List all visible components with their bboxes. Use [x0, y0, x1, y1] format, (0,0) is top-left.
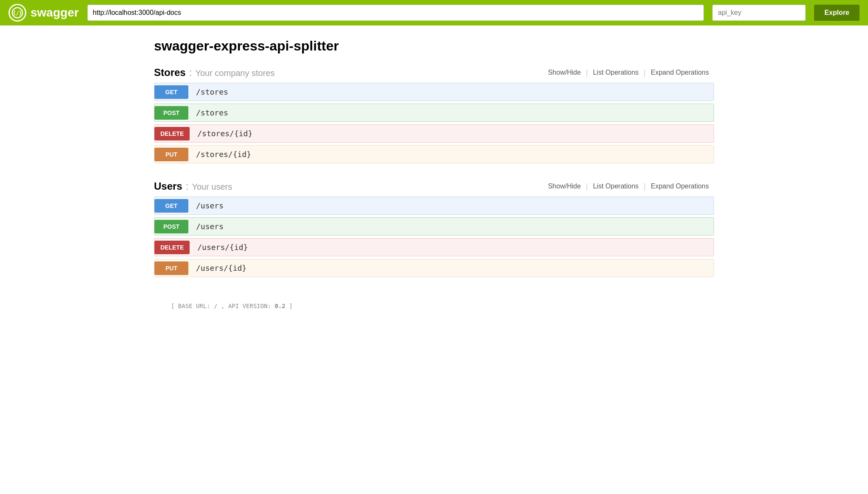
section-name-users: Users: [154, 180, 182, 192]
section-title-area-stores: Stores :Your company stores: [154, 67, 275, 79]
section-title-area-users: Users :Your users: [154, 180, 232, 192]
swagger-logo-icon: {/}: [8, 4, 26, 22]
operation-row-users-3[interactable]: PUT/users/{id}: [154, 259, 714, 277]
section-description-stores: Your company stores: [195, 68, 274, 78]
section-header-users: Users :Your usersShow/Hide|List Operatio…: [154, 180, 714, 192]
section-users: Users :Your usersShow/Hide|List Operatio…: [154, 180, 714, 277]
method-badge-stores-2: DELETE: [154, 127, 190, 140]
operation-path-stores-2: /stores/{id}: [190, 125, 714, 142]
operation-path-users-3: /users/{id}: [188, 259, 714, 277]
method-badge-users-0: GET: [154, 199, 188, 213]
header: {/} swagger Explore: [0, 0, 868, 25]
section-colon-users: :: [186, 180, 189, 192]
section-description-users: Your users: [192, 182, 232, 192]
footer-text: [ BASE URL: / , API VERSION: 0.2 ]: [171, 303, 293, 309]
operation-row-users-2[interactable]: DELETE/users/{id}: [154, 238, 714, 256]
svg-text:{/}: {/}: [13, 10, 22, 16]
method-badge-users-1: POST: [154, 220, 188, 233]
operation-path-stores-3: /stores/{id}: [188, 146, 714, 163]
section-name-stores: Stores: [154, 67, 186, 79]
sections-container: Stores :Your company storesShow/Hide|Lis…: [154, 67, 714, 277]
operation-row-users-0[interactable]: GET/users: [154, 196, 714, 215]
section-actions-stores: Show/Hide|List Operations|Expand Operati…: [543, 68, 714, 77]
footer-api-version: 0.2: [274, 303, 285, 309]
url-input[interactable]: [87, 5, 704, 21]
operation-row-stores-1[interactable]: POST/stores: [154, 104, 714, 122]
footer-base-url: /: [214, 303, 217, 309]
main-content: swagger-express-api-splitter Stores :You…: [137, 25, 731, 335]
list-operations-link-users[interactable]: List Operations: [588, 182, 644, 190]
expand-operations-link-users[interactable]: Expand Operations: [646, 182, 714, 190]
operation-path-stores-0: /stores: [188, 83, 714, 101]
operation-path-users-0: /users: [188, 197, 714, 214]
show-hide-link-stores[interactable]: Show/Hide: [543, 69, 586, 76]
method-badge-stores-0: GET: [154, 85, 188, 99]
explore-button[interactable]: Explore: [814, 5, 860, 21]
operation-row-stores-2[interactable]: DELETE/stores/{id}: [154, 124, 714, 143]
section-colon-stores: :: [189, 67, 192, 79]
method-badge-stores-3: PUT: [154, 148, 188, 161]
logo-area: {/} swagger: [8, 4, 79, 22]
operation-row-stores-3[interactable]: PUT/stores/{id}: [154, 145, 714, 163]
section-header-stores: Stores :Your company storesShow/Hide|Lis…: [154, 67, 714, 79]
list-operations-link-stores[interactable]: List Operations: [588, 69, 644, 76]
section-stores: Stores :Your company storesShow/Hide|Lis…: [154, 67, 714, 163]
operation-row-users-1[interactable]: POST/users: [154, 217, 714, 236]
page-title: swagger-express-api-splitter: [154, 38, 714, 54]
logo-text: swagger: [31, 6, 79, 20]
operation-row-stores-0[interactable]: GET/stores: [154, 83, 714, 101]
operation-path-stores-1: /stores: [188, 104, 714, 121]
operation-path-users-2: /users/{id}: [190, 239, 714, 256]
method-badge-users-2: DELETE: [154, 241, 190, 254]
method-badge-users-3: PUT: [154, 261, 188, 275]
api-key-input[interactable]: [712, 5, 806, 21]
section-actions-users: Show/Hide|List Operations|Expand Operati…: [543, 182, 714, 191]
show-hide-link-users[interactable]: Show/Hide: [543, 182, 586, 190]
operation-path-users-1: /users: [188, 218, 714, 235]
method-badge-stores-1: POST: [154, 106, 188, 120]
footer: [ BASE URL: / , API VERSION: 0.2 ]: [154, 294, 714, 318]
expand-operations-link-stores[interactable]: Expand Operations: [646, 69, 714, 76]
